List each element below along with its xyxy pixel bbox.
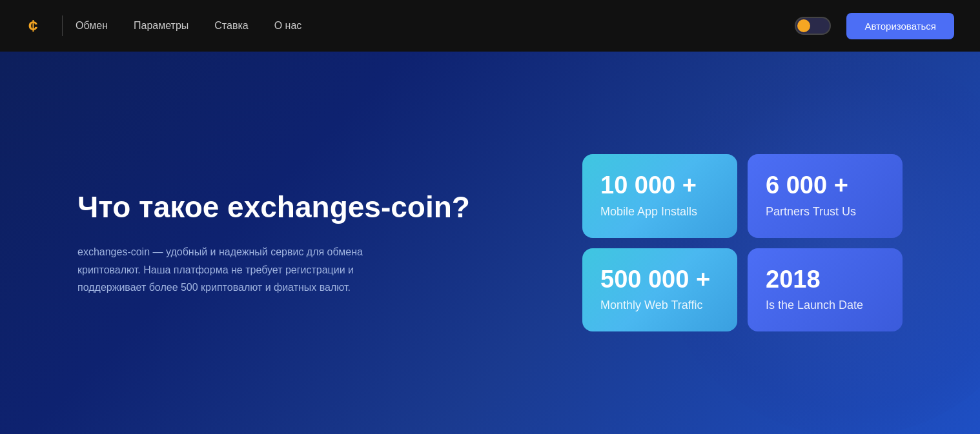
- nav-exchange[interactable]: Обмен: [76, 20, 108, 32]
- stat-number-partners: 6 000 +: [766, 172, 884, 199]
- login-button[interactable]: Авторизоваться: [846, 13, 954, 39]
- nav-about[interactable]: О нас: [274, 20, 302, 32]
- header-nav: Обмен Параметры Ставка О нас: [76, 20, 301, 32]
- header-left: ¢ Обмен Параметры Ставка О нас: [26, 14, 301, 37]
- header-divider: [62, 15, 63, 36]
- hero-text-block: Что такое exchanges-coin? exchanges-coin…: [77, 190, 470, 296]
- header-right: Авторизоваться: [795, 13, 954, 39]
- hero-description: exchanges-coin — удобный и надежный серв…: [77, 243, 413, 296]
- stats-grid: 10 000 + Mobile App Installs 6 000 + Par…: [582, 154, 903, 331]
- stat-card-partners: 6 000 + Partners Trust Us: [748, 154, 903, 237]
- stat-label-web-traffic: Monthly Web Traffic: [600, 298, 719, 313]
- nav-params[interactable]: Параметры: [134, 20, 189, 32]
- stat-label-launch-date: Is the Launch Date: [766, 298, 884, 313]
- hero-section: Что такое exchanges-coin? exchanges-coin…: [0, 52, 980, 434]
- stat-label-partners: Partners Trust Us: [766, 204, 884, 219]
- stat-card-mobile-installs: 10 000 + Mobile App Installs: [582, 154, 737, 237]
- stat-card-web-traffic: 500 000 + Monthly Web Traffic: [582, 248, 737, 331]
- stat-number-web-traffic: 500 000 +: [600, 266, 719, 293]
- logo-icon[interactable]: ¢: [26, 14, 49, 37]
- stat-card-launch-date: 2018 Is the Launch Date: [748, 248, 903, 331]
- stat-number-mobile-installs: 10 000 +: [600, 172, 719, 199]
- stat-label-mobile-installs: Mobile App Installs: [600, 204, 719, 219]
- toggle-knob: [797, 19, 810, 32]
- stat-number-launch-date: 2018: [766, 266, 884, 293]
- svg-text:¢: ¢: [28, 16, 37, 35]
- nav-rate[interactable]: Ставка: [214, 20, 248, 32]
- theme-toggle[interactable]: [795, 17, 831, 35]
- header: ¢ Обмен Параметры Ставка О нас Авторизов…: [0, 0, 980, 52]
- hero-title: Что такое exchanges-coin?: [77, 190, 470, 225]
